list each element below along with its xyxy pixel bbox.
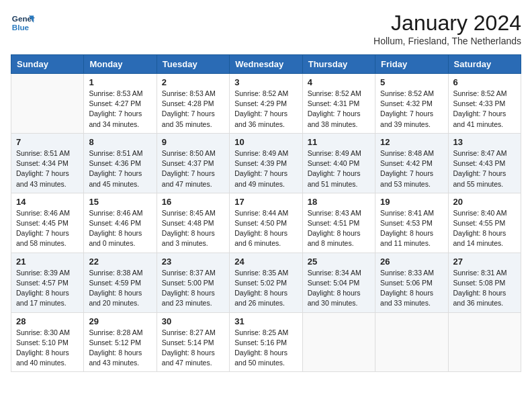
day-info: Sunrise: 8:49 AMSunset: 4:40 PMDaylight:… — [308, 148, 370, 189]
day-info: Sunrise: 8:53 AMSunset: 4:28 PMDaylight:… — [162, 89, 224, 130]
calendar-cell: 23Sunrise: 8:37 AMSunset: 5:00 PMDayligh… — [157, 253, 229, 312]
calendar-cell: 30Sunrise: 8:27 AMSunset: 5:14 PMDayligh… — [157, 312, 229, 372]
calendar-cell: 18Sunrise: 8:43 AMSunset: 4:51 PMDayligh… — [302, 193, 375, 253]
calendar-header-row: SundayMondayTuesdayWednesdayThursdayFrid… — [11, 55, 521, 74]
day-number: 3 — [234, 77, 297, 87]
calendar-cell: 1Sunrise: 8:53 AMSunset: 4:27 PMDaylight… — [84, 74, 157, 134]
calendar-cell — [11, 74, 84, 134]
day-number: 24 — [234, 257, 297, 267]
calendar-cell: 10Sunrise: 8:49 AMSunset: 4:39 PMDayligh… — [230, 133, 302, 193]
calendar-week-row: 14Sunrise: 8:46 AMSunset: 4:45 PMDayligh… — [11, 193, 521, 253]
calendar-cell: 2Sunrise: 8:53 AMSunset: 4:28 PMDaylight… — [157, 74, 229, 134]
weekday-header-sunday: Sunday — [11, 55, 84, 74]
day-info: Sunrise: 8:52 AMSunset: 4:33 PMDaylight:… — [453, 89, 516, 130]
day-number: 16 — [162, 197, 224, 207]
calendar-cell: 31Sunrise: 8:25 AMSunset: 5:16 PMDayligh… — [230, 312, 302, 372]
calendar-week-row: 21Sunrise: 8:39 AMSunset: 4:57 PMDayligh… — [11, 253, 521, 312]
calendar-cell: 17Sunrise: 8:44 AMSunset: 4:50 PMDayligh… — [230, 193, 302, 253]
day-number: 1 — [89, 77, 151, 87]
calendar-cell — [375, 312, 448, 372]
calendar-cell: 29Sunrise: 8:28 AMSunset: 5:12 PMDayligh… — [84, 312, 157, 372]
day-number: 26 — [380, 257, 443, 267]
calendar-table: SundayMondayTuesdayWednesdayThursdayFrid… — [11, 54, 521, 372]
day-number: 9 — [162, 137, 224, 147]
calendar-cell: 20Sunrise: 8:40 AMSunset: 4:55 PMDayligh… — [448, 193, 521, 253]
calendar-cell: 9Sunrise: 8:50 AMSunset: 4:37 PMDaylight… — [157, 133, 229, 193]
calendar-cell: 7Sunrise: 8:51 AMSunset: 4:34 PMDaylight… — [11, 133, 84, 193]
weekday-header-wednesday: Wednesday — [230, 55, 302, 74]
day-number: 31 — [234, 316, 297, 326]
calendar-cell: 11Sunrise: 8:49 AMSunset: 4:40 PMDayligh… — [302, 133, 375, 193]
weekday-header-saturday: Saturday — [448, 55, 521, 74]
calendar-cell: 12Sunrise: 8:48 AMSunset: 4:42 PMDayligh… — [375, 133, 448, 193]
day-info: Sunrise: 8:33 AMSunset: 5:06 PMDaylight:… — [380, 268, 443, 309]
day-number: 20 — [453, 197, 516, 207]
calendar-cell: 13Sunrise: 8:47 AMSunset: 4:43 PMDayligh… — [448, 133, 521, 193]
calendar-cell: 21Sunrise: 8:39 AMSunset: 4:57 PMDayligh… — [11, 253, 84, 312]
day-number: 4 — [308, 77, 370, 87]
day-info: Sunrise: 8:25 AMSunset: 5:16 PMDaylight:… — [234, 328, 297, 369]
day-number: 15 — [89, 197, 151, 207]
location: Hollum, Friesland, The Netherlands — [373, 36, 521, 46]
day-number: 6 — [453, 77, 516, 87]
day-info: Sunrise: 8:34 AMSunset: 5:04 PMDaylight:… — [308, 268, 370, 309]
day-info: Sunrise: 8:52 AMSunset: 4:31 PMDaylight:… — [308, 89, 370, 130]
day-info: Sunrise: 8:46 AMSunset: 4:46 PMDaylight:… — [89, 208, 151, 249]
weekday-header-tuesday: Tuesday — [157, 55, 229, 74]
day-number: 28 — [16, 316, 79, 326]
day-number: 27 — [453, 257, 516, 267]
day-info: Sunrise: 8:44 AMSunset: 4:50 PMDaylight:… — [234, 208, 297, 249]
calendar-cell: 25Sunrise: 8:34 AMSunset: 5:04 PMDayligh… — [302, 253, 375, 312]
day-number: 25 — [308, 257, 370, 267]
day-number: 21 — [16, 257, 79, 267]
day-info: Sunrise: 8:31 AMSunset: 5:08 PMDaylight:… — [453, 268, 516, 309]
day-info: Sunrise: 8:46 AMSunset: 4:45 PMDaylight:… — [16, 208, 79, 249]
day-info: Sunrise: 8:30 AMSunset: 5:10 PMDaylight:… — [16, 328, 79, 369]
calendar-week-row: 1Sunrise: 8:53 AMSunset: 4:27 PMDaylight… — [11, 74, 521, 134]
calendar-cell: 16Sunrise: 8:45 AMSunset: 4:48 PMDayligh… — [157, 193, 229, 253]
day-number: 11 — [308, 137, 370, 147]
weekday-header-monday: Monday — [84, 55, 157, 74]
day-info: Sunrise: 8:38 AMSunset: 4:59 PMDaylight:… — [89, 268, 151, 309]
day-info: Sunrise: 8:37 AMSunset: 5:00 PMDaylight:… — [162, 268, 224, 309]
day-info: Sunrise: 8:45 AMSunset: 4:48 PMDaylight:… — [162, 208, 224, 249]
day-number: 5 — [380, 77, 443, 87]
day-number: 10 — [234, 137, 297, 147]
calendar-week-row: 28Sunrise: 8:30 AMSunset: 5:10 PMDayligh… — [11, 312, 521, 372]
day-info: Sunrise: 8:53 AMSunset: 4:27 PMDaylight:… — [89, 89, 151, 130]
calendar-cell: 8Sunrise: 8:51 AMSunset: 4:36 PMDaylight… — [84, 133, 157, 193]
calendar-cell — [448, 312, 521, 372]
day-info: Sunrise: 8:39 AMSunset: 4:57 PMDaylight:… — [16, 268, 79, 309]
day-info: Sunrise: 8:47 AMSunset: 4:43 PMDaylight:… — [453, 148, 516, 189]
day-number: 29 — [89, 316, 151, 326]
calendar-cell: 14Sunrise: 8:46 AMSunset: 4:45 PMDayligh… — [11, 193, 84, 253]
day-info: Sunrise: 8:27 AMSunset: 5:14 PMDaylight:… — [162, 328, 224, 369]
calendar-cell: 3Sunrise: 8:52 AMSunset: 4:29 PMDaylight… — [230, 74, 302, 134]
day-info: Sunrise: 8:50 AMSunset: 4:37 PMDaylight:… — [162, 148, 224, 189]
calendar-cell: 24Sunrise: 8:35 AMSunset: 5:02 PMDayligh… — [230, 253, 302, 312]
day-number: 23 — [162, 257, 224, 267]
day-info: Sunrise: 8:28 AMSunset: 5:12 PMDaylight:… — [89, 328, 151, 369]
day-info: Sunrise: 8:52 AMSunset: 4:32 PMDaylight:… — [380, 89, 443, 130]
day-number: 19 — [380, 197, 443, 207]
day-number: 8 — [89, 137, 151, 147]
day-number: 22 — [89, 257, 151, 267]
day-info: Sunrise: 8:43 AMSunset: 4:51 PMDaylight:… — [308, 208, 370, 249]
day-number: 2 — [162, 77, 224, 87]
logo: General Blue General Blue — [11, 11, 35, 35]
calendar-cell: 19Sunrise: 8:41 AMSunset: 4:53 PMDayligh… — [375, 193, 448, 253]
calendar-cell: 27Sunrise: 8:31 AMSunset: 5:08 PMDayligh… — [448, 253, 521, 312]
day-info: Sunrise: 8:49 AMSunset: 4:39 PMDaylight:… — [234, 148, 297, 189]
calendar-cell — [302, 312, 375, 372]
day-number: 13 — [453, 137, 516, 147]
day-info: Sunrise: 8:40 AMSunset: 4:55 PMDaylight:… — [453, 208, 516, 249]
day-info: Sunrise: 8:51 AMSunset: 4:34 PMDaylight:… — [16, 148, 79, 189]
calendar-cell: 22Sunrise: 8:38 AMSunset: 4:59 PMDayligh… — [84, 253, 157, 312]
title-block: January 2024 Hollum, Friesland, The Neth… — [373, 11, 521, 46]
day-number: 17 — [234, 197, 297, 207]
month-title: January 2024 — [373, 11, 521, 36]
calendar-cell: 4Sunrise: 8:52 AMSunset: 4:31 PMDaylight… — [302, 74, 375, 134]
calendar-cell: 15Sunrise: 8:46 AMSunset: 4:46 PMDayligh… — [84, 193, 157, 253]
svg-text:Blue: Blue — [12, 23, 30, 32]
day-info: Sunrise: 8:52 AMSunset: 4:29 PMDaylight:… — [234, 89, 297, 130]
